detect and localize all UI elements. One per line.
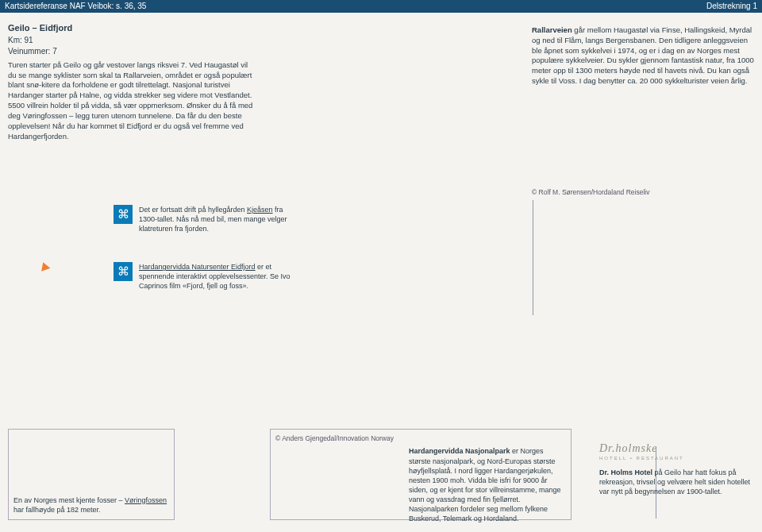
rallar-text: Rallarveien går mellom Haugastøl via Fin… (532, 25, 754, 87)
section-num: Delstrekning 1 (706, 1, 757, 12)
route-title: Geilo – Eidfjord (8, 22, 254, 34)
hotel-logo-sub: HOTELL • RESTAURANT (599, 455, 754, 461)
natursenter-text: Hardangervidda Natursenter Eidfjord er e… (139, 262, 296, 291)
location-marker-icon (39, 260, 51, 272)
nasjonalpark-box: © Anders Gjengedal/Innovation Norway Har… (270, 429, 572, 520)
right-column: Rallarveien går mellom Haugastøl via Fin… (532, 22, 754, 87)
photo-credit-1: © Rolf M. Sørensen/Hordaland Reiseliv (532, 188, 649, 197)
road-label: Veinummer: 7 (8, 46, 254, 57)
intro-text: Turen starter på Geilo og går vestover l… (8, 60, 254, 142)
km-label: Km: 91 (8, 35, 254, 46)
voringfossen-box: En av Norges mest kjente fosser – Vøring… (8, 429, 175, 520)
info-box-kjeasen: ⌘ Det er fortsatt drift på hyllegården K… (114, 205, 296, 233)
top-bar: Kartsidereferanse NAF Veibok: s. 36, 35 … (0, 0, 762, 13)
kjeasen-text: Det er fortsatt drift på hyllegården Kje… (139, 205, 296, 233)
divider-line (533, 200, 533, 315)
voringfossen-text: En av Norges mest kjente fosser – Vøring… (13, 495, 169, 515)
command-icon: ⌘ (114, 262, 133, 281)
nasjonalpark-text: Hardangervidda Nasjonalpark er Norges st… (409, 446, 566, 523)
map-ref: Kartsidereferanse NAF Veibok: s. 36, 35 (5, 1, 146, 12)
info-box-natursenter: ⌘ Hardangervidda Natursenter Eidfjord er… (114, 262, 296, 291)
hotel-text: Dr. Holms Hotel på Geilo har hatt fokus … (599, 468, 754, 496)
left-column: Geilo – Eidfjord Km: 91 Veinummer: 7 Tur… (8, 22, 254, 141)
photo-credit-2: © Anders Gjengedal/Innovation Norway (275, 434, 566, 443)
hotel-box: Dr.holmske HOTELL • RESTAURANT Dr. Holms… (599, 441, 754, 496)
command-icon: ⌘ (114, 205, 133, 224)
photo-placeholder (275, 446, 394, 523)
